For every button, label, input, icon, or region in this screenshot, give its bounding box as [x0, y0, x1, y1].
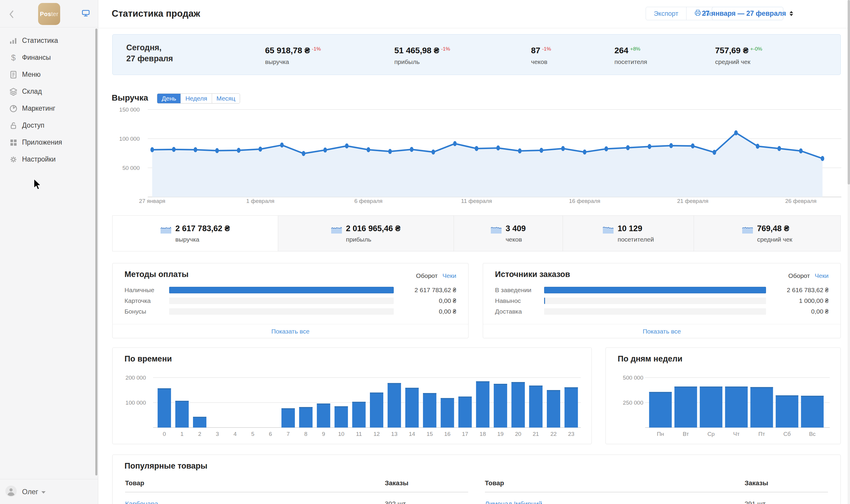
poster-logo[interactable]: Poster: [38, 3, 60, 25]
today-stat-avg-check: 757,69 ₴+-0% средний чек: [715, 46, 762, 66]
today-stat-checks: 87-1% чеков: [531, 46, 551, 66]
sidebar-item-statistics[interactable]: Статистика: [0, 32, 98, 49]
svg-text:Пт: Пт: [758, 431, 765, 437]
toggle-turnover[interactable]: Оборот: [788, 272, 810, 279]
card-profit[interactable]: 2 016 965,46 ₴прибыль: [278, 216, 454, 251]
table-row: Карбонара 302 шт.: [125, 492, 468, 504]
svg-text:10: 10: [338, 431, 344, 437]
terminal-icon[interactable]: [81, 9, 90, 19]
sidebar-item-finance[interactable]: $ Финансы: [0, 49, 98, 66]
export-button[interactable]: Экспорт: [646, 7, 686, 20]
delta-badge: -1%: [312, 46, 321, 52]
svg-text:14: 14: [409, 431, 415, 437]
panel-title: Популярные товары: [124, 462, 207, 471]
toggle-turnover[interactable]: Оборот: [416, 272, 438, 279]
svg-text:9: 9: [322, 431, 325, 437]
payment-row: Наличные 2 617 783,62 ₴: [124, 285, 456, 295]
sidebar-header: Poster: [0, 0, 98, 28]
avatar: [5, 486, 17, 498]
spinner-arrows-icon: [790, 11, 793, 16]
svg-text:200 000: 200 000: [125, 375, 146, 381]
payment-methods-panel: Методы оплаты ОборотЧеки Наличные 2 617 …: [112, 263, 468, 338]
svg-text:100 000: 100 000: [125, 400, 146, 406]
app-root: Poster Статистика $ Финансы: [0, 0, 850, 504]
today-date: Сегодня, 27 февраля: [126, 42, 173, 64]
svg-text:Вс: Вс: [809, 431, 815, 437]
user-menu[interactable]: Олег: [0, 479, 98, 504]
turnover-checks-toggle: ОборотЧеки: [416, 272, 456, 280]
sidebar-item-menu[interactable]: Меню: [0, 66, 98, 83]
card-revenue[interactable]: 2 617 783,62 ₴выручка: [112, 216, 278, 251]
svg-text:2: 2: [198, 431, 201, 437]
svg-text:11: 11: [356, 431, 362, 437]
sidebar-item-label: Настройки: [22, 155, 56, 163]
card-visitors[interactable]: 10 129посетителей: [563, 216, 694, 251]
show-all-link[interactable]: Показать все: [271, 328, 309, 335]
sidebar-item-label: Склад: [22, 88, 42, 95]
svg-text:1 февраля: 1 февраля: [246, 198, 275, 204]
sidebar-item-label: Приложения: [22, 138, 62, 146]
svg-text:100 000: 100 000: [119, 136, 140, 142]
layers-icon: [9, 87, 18, 96]
back-icon[interactable]: [8, 9, 16, 20]
bar-track: [169, 308, 394, 315]
tab-month[interactable]: Месяц: [212, 94, 240, 103]
svg-text:150 000: 150 000: [119, 107, 140, 113]
tab-day[interactable]: День: [157, 94, 180, 103]
svg-text:12: 12: [374, 431, 380, 437]
card-avg-check[interactable]: 769,48 ₴средний чек: [694, 216, 840, 251]
product-link[interactable]: Карбонара: [125, 500, 385, 504]
main-area: Статистика продаж Экспорт Печать 27 янва…: [99, 0, 850, 504]
bar-track: [169, 287, 394, 293]
by-time-panel: По времени 100 000200 000012345678910111…: [112, 347, 592, 444]
sparkline-icon: [742, 226, 753, 234]
dollar-icon: $: [9, 53, 18, 62]
product-link[interactable]: Лимонад Імбирний: [485, 500, 745, 504]
today-summary: Сегодня, 27 февраля 65 918,78 ₴-1% выруч…: [112, 34, 841, 75]
sidebar-item-marketing[interactable]: Маркетинг: [0, 100, 98, 117]
sidebar-item-label: Маркетинг: [22, 104, 55, 112]
delta-badge: +-0%: [750, 46, 762, 52]
svg-text:22: 22: [550, 431, 557, 437]
payment-rows: Наличные 2 617 783,62 ₴ Карточка 0,00 ₴ …: [124, 285, 456, 317]
svg-text:16 февраля: 16 февраля: [569, 198, 600, 204]
sidebar-item-apps[interactable]: Приложения: [0, 134, 98, 151]
tab-week[interactable]: Неделя: [180, 94, 211, 103]
sidebar-scrollbar[interactable]: [95, 29, 98, 475]
svg-text:17: 17: [462, 431, 468, 437]
svg-text:18: 18: [480, 431, 486, 437]
card-checks[interactable]: 3 409чеков: [454, 216, 563, 251]
delta-badge: -1%: [441, 46, 450, 52]
svg-text:21 февраля: 21 февраля: [677, 198, 708, 204]
svg-text:27 января: 27 января: [139, 198, 165, 204]
source-row: Доставка 0,00 ₴: [495, 306, 829, 317]
sidebar-item-warehouse[interactable]: Склад: [0, 83, 98, 100]
svg-text:7: 7: [287, 431, 290, 437]
page-title: Статистика продаж: [112, 8, 200, 19]
pie-chart-icon: [9, 104, 18, 113]
revenue-section-title: Выручка: [112, 93, 148, 103]
sidebar-item-settings[interactable]: Настройки: [0, 151, 98, 168]
source-row: Навынос 1 000,00 ₴: [495, 295, 829, 306]
today-stat-profit: 51 465,98 ₴-1% прибыль: [394, 46, 450, 66]
toggle-checks[interactable]: Чеки: [815, 272, 829, 279]
lock-icon: [9, 121, 18, 130]
page-scrollbar[interactable]: [848, 0, 850, 504]
sidebar: Poster Статистика $ Финансы: [0, 0, 98, 504]
sidebar-item-label: Финансы: [22, 54, 51, 61]
popular-table-left: Товар Заказы Карбонара 302 шт.: [125, 479, 468, 504]
metric-cards: 2 617 783,62 ₴выручка 2 016 965,46 ₴приб…: [112, 215, 841, 251]
svg-text:50 000: 50 000: [122, 165, 140, 171]
page-scrollbar-thumb[interactable]: [848, 0, 850, 184]
payment-row: Бонусы 0,00 ₴: [124, 306, 456, 317]
panel-footer: Показать все: [112, 324, 468, 338]
toggle-checks[interactable]: Чеки: [442, 272, 456, 279]
panel-title: Источники заказов: [495, 270, 570, 279]
bar-track: [544, 287, 766, 293]
date-range-select[interactable]: 27 января — 27 февраля: [712, 7, 783, 20]
show-all-link[interactable]: Показать все: [643, 328, 681, 335]
today-stat-visitors: 264+8% посетителя: [614, 46, 647, 66]
revenue-period-tabs: День Неделя Месяц: [157, 93, 240, 104]
sidebar-item-label: Меню: [22, 71, 40, 78]
sidebar-item-access[interactable]: Доступ: [0, 117, 98, 134]
